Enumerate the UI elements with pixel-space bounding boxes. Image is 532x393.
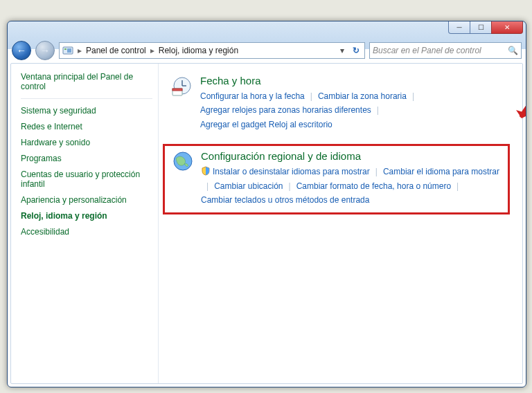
task-link[interactable]: Cambiar el idioma para mostrar <box>383 165 499 179</box>
section-title[interactable]: Configuración regional y de idioma <box>201 150 501 162</box>
sidebar-item-hardware[interactable]: Hardware y sonido <box>21 138 152 147</box>
sidebar-item-cuentas[interactable]: Cuentas de usuario y protección infantil <box>21 170 152 189</box>
separator: | <box>456 179 459 193</box>
breadcrumb-separator-icon: ▸ <box>78 46 82 55</box>
control-panel-icon <box>62 45 73 56</box>
arrow-right-icon: → <box>40 45 50 56</box>
sidebar-item-sistema[interactable]: Sistema y seguridad <box>21 106 152 116</box>
breadcrumb-current[interactable]: Reloj, idioma y región <box>159 46 238 55</box>
navigation-bar: ← → ▸ Panel de control ▸ Reloj, idioma y… <box>8 39 526 62</box>
section-fecha-hora: Fecha y hora Configurar la hora y la fec… <box>171 75 510 131</box>
task-link[interactable]: Cambiar la zona horaria <box>318 89 407 103</box>
forward-button[interactable]: → <box>35 41 55 60</box>
separator: | <box>206 179 209 193</box>
separator: | <box>377 103 379 117</box>
control-panel-window: ─ ☐ ✕ ← → ▸ Panel de control ▸ Reloj, id… <box>7 21 526 387</box>
sidebar-item-reloj[interactable]: Reloj, idioma y región <box>21 211 152 221</box>
arrow-left-icon: ← <box>17 45 26 56</box>
address-dropdown-icon[interactable]: ▾ <box>337 46 348 55</box>
main-panel: Fecha y hora Configurar la hora y la fec… <box>159 64 522 383</box>
section-title[interactable]: Fecha y hora <box>200 75 510 86</box>
separator: | <box>412 89 414 103</box>
search-input[interactable]: Buscar en el Panel de control 🔍 <box>369 42 522 59</box>
sidebar-item-programas[interactable]: Programas <box>21 154 152 163</box>
section-region-idioma: Configuración regional y de idioma Insta… <box>172 150 501 207</box>
content-area: Ventana principal del Panel de control S… <box>10 63 523 384</box>
title-bar: ─ ☐ ✕ <box>8 21 526 39</box>
refresh-icon[interactable]: ↻ <box>351 46 362 55</box>
svg-rect-7 <box>172 89 182 91</box>
svg-rect-2 <box>67 48 71 53</box>
highlighted-section-box: Configuración regional y de idioma Insta… <box>163 144 510 214</box>
window-buttons: ─ ☐ ✕ <box>448 21 523 34</box>
close-button[interactable]: ✕ <box>491 21 523 34</box>
address-bar[interactable]: ▸ Panel de control ▸ Reloj, idioma y reg… <box>59 42 365 59</box>
task-link-label: Instalar o desinstalar idiomas para most… <box>213 167 370 176</box>
divider <box>21 98 152 99</box>
search-placeholder: Buscar en el Panel de control <box>373 46 481 55</box>
breadcrumb-separator-icon: ▸ <box>150 46 154 55</box>
task-link[interactable]: Cambiar teclados u otros métodos de entr… <box>201 193 369 207</box>
task-link[interactable]: Instalar o desinstalar idiomas para most… <box>201 165 370 179</box>
sidebar: Ventana principal del Panel de control S… <box>11 64 159 383</box>
sidebar-item-apariencia[interactable]: Apariencia y personalización <box>21 195 152 205</box>
sidebar-item-accesibilidad[interactable]: Accesibilidad <box>21 227 152 237</box>
separator: | <box>375 165 378 179</box>
maximize-button[interactable]: ☐ <box>470 21 491 34</box>
breadcrumb-root[interactable]: Panel de control <box>86 46 146 55</box>
task-link[interactable]: Configurar la hora y la fecha <box>200 89 305 103</box>
task-link[interactable]: Cambiar ubicación <box>214 179 283 193</box>
separator: | <box>310 89 312 103</box>
sidebar-title[interactable]: Ventana principal del Panel de control <box>21 72 152 91</box>
search-icon: 🔍 <box>508 46 518 55</box>
task-link[interactable]: Cambiar formato de fecha, hora o número <box>296 179 451 193</box>
separator: | <box>289 179 291 193</box>
task-link[interactable]: Agregar relojes para zonas horarias dife… <box>200 103 371 117</box>
task-link[interactable]: Agregar el gadget Reloj al escritorio <box>200 118 332 131</box>
globe-icon <box>172 150 194 172</box>
svg-rect-1 <box>64 48 66 50</box>
minimize-button[interactable]: ─ <box>448 21 470 34</box>
back-button[interactable]: ← <box>12 41 31 60</box>
sidebar-item-redes[interactable]: Redes e Internet <box>21 122 152 131</box>
shield-icon <box>201 166 211 176</box>
clock-icon <box>171 75 193 97</box>
